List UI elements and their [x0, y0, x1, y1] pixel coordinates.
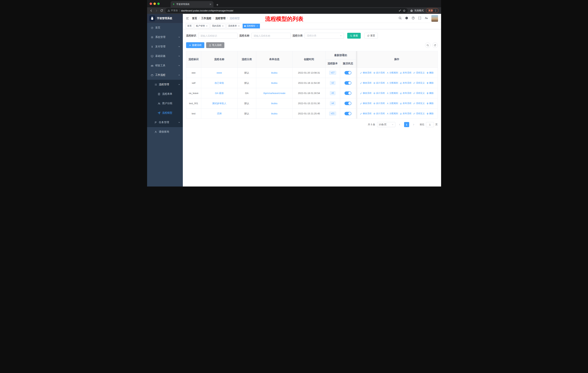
- tab-close-icon[interactable]: [209, 3, 212, 5]
- action-assign-rule[interactable]: 分配规则: [387, 92, 398, 95]
- font-size-icon[interactable]: [425, 16, 428, 20]
- action-delete[interactable]: 删除: [427, 102, 434, 105]
- action-definition[interactable]: 流程定义: [413, 81, 425, 84]
- action-publish[interactable]: 发布流程: [400, 102, 411, 105]
- browser-menu-kebab-icon[interactable]: [434, 9, 437, 12]
- sidebar-item-0[interactable]: 首页: [147, 23, 183, 32]
- search-button[interactable]: 搜索: [347, 33, 361, 39]
- reset-button[interactable]: 重置: [364, 33, 378, 39]
- prev-page-button[interactable]: [397, 122, 402, 127]
- fullscreen-icon[interactable]: [418, 16, 421, 20]
- bookmark-star-icon[interactable]: [403, 9, 406, 12]
- active-toggle[interactable]: [345, 91, 351, 95]
- active-toggle[interactable]: [345, 112, 351, 115]
- action-publish[interactable]: 发布流程: [400, 112, 411, 115]
- new-tab-button[interactable]: [216, 3, 219, 6]
- goto-page-input[interactable]: [426, 122, 434, 127]
- breadcrumb-home[interactable]: 首页: [192, 17, 201, 20]
- update-button[interactable]: 更新: [426, 8, 439, 13]
- active-toggle[interactable]: [345, 71, 351, 74]
- password-key-icon[interactable]: [399, 9, 401, 12]
- sidebar-item-9[interactable]: 流程模型: [147, 108, 183, 118]
- page-size-select[interactable]: 10条/页: [377, 122, 395, 127]
- import-process-button[interactable]: 导入流程: [206, 42, 224, 48]
- form-info-link[interactable]: /bpm/oa/leave/create: [263, 92, 285, 94]
- action-modify[interactable]: 修改流程: [360, 71, 371, 74]
- help-icon[interactable]: [411, 16, 415, 20]
- search-icon[interactable]: [399, 16, 402, 20]
- sidebar-item-6[interactable]: 流程管理: [147, 80, 183, 89]
- close-icon[interactable]: [206, 25, 208, 27]
- window-zoom-button[interactable]: [157, 2, 160, 5]
- process-name-link[interactable]: 滔博: [217, 112, 222, 115]
- action-definition[interactable]: 流程定义: [413, 102, 425, 105]
- sidebar-item-8[interactable]: 用户分组: [147, 99, 183, 108]
- tag-3[interactable]: 流程表单: [227, 24, 242, 28]
- close-icon[interactable]: [222, 25, 224, 27]
- action-modify[interactable]: 修改流程: [360, 81, 371, 84]
- action-assign-rule[interactable]: 分配规则: [387, 112, 398, 115]
- address-bar[interactable]: 不安全 dashboard.yudao.iocoder.cn/bpm/manag…: [165, 8, 408, 13]
- action-publish[interactable]: 发布流程: [400, 81, 411, 84]
- sidebar-item-10[interactable]: 任务管理: [147, 118, 183, 127]
- breadcrumb-workflow[interactable]: 工作流程: [201, 17, 215, 20]
- action-publish[interactable]: 发布流程: [400, 92, 411, 95]
- forward-icon[interactable]: [155, 9, 158, 12]
- action-modify[interactable]: 修改流程: [360, 112, 371, 115]
- hamburger-icon[interactable]: [186, 17, 189, 20]
- tag-4[interactable]: 流程模型: [243, 24, 260, 28]
- action-delete[interactable]: 删除: [427, 92, 434, 95]
- tag-1[interactable]: 租户管理: [194, 24, 210, 28]
- action-design[interactable]: 设计流程: [373, 81, 385, 84]
- action-definition[interactable]: 流程定义: [413, 112, 425, 115]
- sidebar-item-2[interactable]: 支付管理: [147, 42, 183, 51]
- action-modify[interactable]: 修改流程: [360, 102, 371, 105]
- github-icon[interactable]: [405, 16, 408, 20]
- sidebar-item-1[interactable]: 系统管理: [147, 32, 183, 42]
- window-minimize-button[interactable]: [153, 2, 156, 5]
- form-info-link[interactable]: biubiu: [271, 102, 278, 105]
- action-design[interactable]: 设计流程: [373, 71, 385, 74]
- action-design[interactable]: 设计流程: [373, 112, 385, 115]
- action-modify[interactable]: 修改流程: [360, 92, 371, 95]
- sidebar-item-4[interactable]: 研发工具: [147, 61, 183, 70]
- close-icon[interactable]: [238, 25, 240, 27]
- action-definition[interactable]: 流程定义: [413, 71, 425, 74]
- sidebar-item-5[interactable]: 工作流程: [147, 70, 183, 80]
- form-info-link[interactable]: biubiu: [271, 81, 278, 84]
- action-assign-rule[interactable]: 分配规则: [387, 102, 398, 105]
- close-icon[interactable]: [256, 25, 258, 27]
- form-info-link[interactable]: biubiu: [271, 71, 278, 74]
- toggle-search-button[interactable]: [425, 42, 430, 48]
- refresh-table-button[interactable]: [432, 42, 438, 48]
- active-toggle[interactable]: [345, 81, 351, 85]
- active-toggle[interactable]: [345, 102, 351, 105]
- tag-0[interactable]: 首页: [186, 24, 193, 28]
- browser-tab[interactable]: 芋道管理系统: [171, 1, 213, 7]
- sidebar-item-7[interactable]: 流程表单: [147, 89, 183, 99]
- action-delete[interactable]: 删除: [427, 71, 434, 74]
- current-page-button[interactable]: 1: [404, 122, 409, 127]
- next-page-button[interactable]: [411, 122, 416, 127]
- action-definition[interactable]: 流程定义: [413, 92, 425, 95]
- action-assign-rule[interactable]: 分配规则: [387, 71, 398, 74]
- tag-2[interactable]: 我的流程: [210, 24, 225, 28]
- create-process-button[interactable]: 新建流程: [186, 42, 204, 48]
- action-assign-rule[interactable]: 分配规则: [387, 81, 398, 84]
- action-design[interactable]: 设计流程: [373, 102, 385, 105]
- form-info-link[interactable]: biubiu: [271, 112, 278, 115]
- process-name-input[interactable]: [251, 33, 291, 39]
- process-name-link[interactable]: 自己审批: [215, 81, 224, 84]
- process-name-link[interactable]: eeee: [217, 71, 222, 74]
- process-name-link[interactable]: 测试多审批人: [212, 102, 226, 105]
- back-icon[interactable]: [150, 9, 153, 12]
- breadcrumb-process-management[interactable]: 流程管理: [215, 17, 230, 20]
- category-select[interactable]: 流程分类: [304, 33, 344, 39]
- action-delete[interactable]: 删除: [427, 112, 434, 115]
- reload-icon[interactable]: [160, 9, 163, 12]
- user-avatar[interactable]: [431, 15, 438, 22]
- process-name-link[interactable]: OA 请假: [215, 92, 224, 94]
- sidebar-item-3[interactable]: 基础设施: [147, 51, 183, 61]
- action-delete[interactable]: 删除: [427, 81, 434, 84]
- sidebar-item-11[interactable]: 请假查询: [147, 127, 183, 137]
